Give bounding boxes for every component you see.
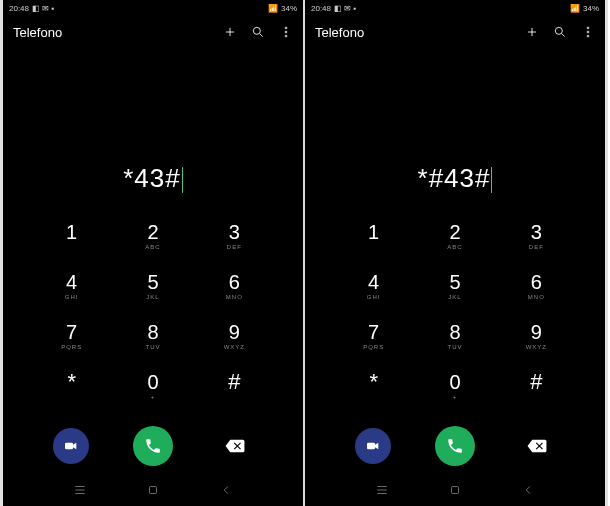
key-3[interactable]: 3DEF — [496, 212, 577, 262]
key-digit: 1 — [66, 222, 77, 242]
svg-point-8 — [587, 31, 589, 33]
key-sublabel: GHI — [367, 294, 381, 302]
key-6[interactable]: 6MNO — [496, 262, 577, 312]
key-digit: 1 — [368, 222, 379, 242]
app-header: Telefono — [3, 16, 303, 48]
key-3[interactable]: 3DEF — [194, 212, 275, 262]
key-sublabel: DEF — [529, 244, 544, 252]
key-sublabel: PQRS — [61, 344, 82, 352]
more-icon[interactable] — [279, 25, 293, 39]
recents-nav-icon[interactable] — [73, 483, 87, 497]
signal-icon: 📶 — [570, 4, 580, 13]
key-digit: 3 — [531, 222, 542, 242]
key-digit: 2 — [147, 222, 158, 242]
key-digit: 6 — [531, 272, 542, 292]
keypad: 12ABC3DEF4GHI5JKL6MNO7PQRS8TUV9WXYZ*0+# — [305, 198, 605, 412]
recents-nav-icon[interactable] — [375, 483, 389, 497]
dialed-number-area: *#43# — [305, 48, 605, 198]
svg-point-1 — [285, 27, 287, 29]
key-8[interactable]: 8TUV — [414, 312, 495, 362]
add-icon[interactable] — [525, 25, 539, 39]
key-sublabel: ABC — [145, 244, 160, 252]
more-icon[interactable] — [581, 25, 595, 39]
key-7[interactable]: 7PQRS — [333, 312, 414, 362]
nav-bar — [305, 478, 605, 506]
key-digit: 7 — [66, 322, 77, 342]
svg-rect-5 — [149, 487, 156, 494]
svg-point-9 — [587, 35, 589, 37]
key-sublabel: MNO — [226, 294, 243, 302]
key-digit: 7 — [368, 322, 379, 342]
key-hash[interactable]: # — [194, 362, 275, 412]
back-nav-icon[interactable] — [521, 483, 535, 497]
call-button[interactable] — [133, 426, 173, 466]
app-header: Telefono — [305, 16, 605, 48]
key-5[interactable]: 5JKL — [414, 262, 495, 312]
svg-rect-11 — [451, 487, 458, 494]
status-bar: 20:48 ◧ ✉ ▪ 📶 34% — [305, 0, 605, 16]
phone-screen-left: 20:48 ◧ ✉ ▪ 📶 34% Telefono *43# 12ABC3DE… — [0, 0, 304, 506]
key-digit: * — [67, 371, 76, 393]
key-digit: 4 — [368, 272, 379, 292]
key-8[interactable]: 8TUV — [112, 312, 193, 362]
status-notif-icons: ◧ ✉ ▪ — [334, 4, 356, 13]
key-sublabel: + — [151, 394, 156, 402]
key-sublabel: WXYZ — [224, 344, 245, 352]
key-0[interactable]: 0+ — [112, 362, 193, 412]
key-digit: 4 — [66, 272, 77, 292]
key-0[interactable]: 0+ — [414, 362, 495, 412]
key-sublabel: JKL — [448, 294, 461, 302]
video-call-button[interactable] — [53, 428, 89, 464]
key-1[interactable]: 1 — [31, 212, 112, 262]
key-7[interactable]: 7PQRS — [31, 312, 112, 362]
backspace-button[interactable] — [217, 428, 253, 464]
key-sublabel: TUV — [447, 344, 462, 352]
status-time: 20:48 — [311, 4, 331, 13]
svg-point-2 — [285, 31, 287, 33]
key-sublabel: TUV — [145, 344, 160, 352]
search-icon[interactable] — [251, 25, 265, 39]
app-title: Telefono — [13, 25, 62, 40]
home-nav-icon[interactable] — [146, 483, 160, 497]
add-icon[interactable] — [223, 25, 237, 39]
key-sublabel: MNO — [528, 294, 545, 302]
svg-point-3 — [285, 35, 287, 37]
key-digit: # — [530, 371, 542, 393]
signal-icon: 📶 — [268, 4, 278, 13]
app-title: Telefono — [315, 25, 364, 40]
key-sublabel: JKL — [146, 294, 159, 302]
key-digit: 6 — [229, 272, 240, 292]
svg-rect-4 — [65, 443, 73, 450]
action-row — [305, 412, 605, 476]
key-digit: * — [369, 371, 378, 393]
key-1[interactable]: 1 — [333, 212, 414, 262]
key-sublabel: DEF — [227, 244, 242, 252]
cursor — [182, 167, 183, 193]
key-digit: 0 — [147, 372, 158, 392]
home-nav-icon[interactable] — [448, 483, 462, 497]
key-6[interactable]: 6MNO — [194, 262, 275, 312]
search-icon[interactable] — [553, 25, 567, 39]
video-call-button[interactable] — [355, 428, 391, 464]
key-5[interactable]: 5JKL — [112, 262, 193, 312]
key-9[interactable]: 9WXYZ — [496, 312, 577, 362]
key-hash[interactable]: # — [496, 362, 577, 412]
svg-point-0 — [253, 27, 260, 34]
key-2[interactable]: 2ABC — [112, 212, 193, 262]
key-2[interactable]: 2ABC — [414, 212, 495, 262]
key-4[interactable]: 4GHI — [333, 262, 414, 312]
key-digit: 2 — [449, 222, 460, 242]
key-sublabel: WXYZ — [526, 344, 547, 352]
back-nav-icon[interactable] — [219, 483, 233, 497]
key-digit: 9 — [229, 322, 240, 342]
call-button[interactable] — [435, 426, 475, 466]
key-digit: 9 — [531, 322, 542, 342]
key-star[interactable]: * — [31, 362, 112, 412]
dialed-number[interactable]: *#43# — [418, 163, 493, 194]
dialed-number[interactable]: *43# — [123, 163, 183, 194]
key-sublabel: ABC — [447, 244, 462, 252]
key-4[interactable]: 4GHI — [31, 262, 112, 312]
backspace-button[interactable] — [519, 428, 555, 464]
key-star[interactable]: * — [333, 362, 414, 412]
key-9[interactable]: 9WXYZ — [194, 312, 275, 362]
